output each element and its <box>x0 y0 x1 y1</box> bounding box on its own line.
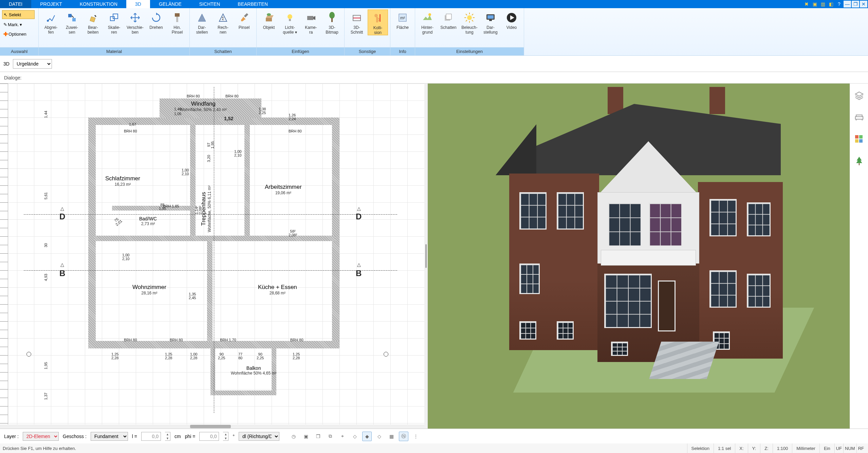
camera-icon[interactable]: ▣ <box>301 432 311 441</box>
ribbon-btn-zuweisen[interactable]: Zuwei- sen <box>62 10 82 35</box>
window-restore[interactable]: ❐ <box>852 1 859 7</box>
l-spinner[interactable]: ▲▼ <box>165 432 170 441</box>
menu-tab-konstruktion[interactable]: KONSTRUKTION <box>71 0 126 8</box>
snap-mid-icon[interactable]: ◇ <box>350 432 359 441</box>
section-arrow: △ <box>60 206 64 211</box>
north-icon[interactable]: Ⓝ <box>399 432 408 441</box>
clock-icon[interactable]: ◷ <box>289 432 298 441</box>
furniture-icon[interactable] <box>853 111 865 124</box>
bottom-icon-strip: ◷ ▣ ❒ ⧉ ⌖ ◇ ◆ ◇ ▦ Ⓝ ⋮ <box>289 432 421 441</box>
tree-icon[interactable] <box>853 155 865 167</box>
2d-plan-view[interactable]: △ D △ D △ B △ B 1,52 1,40 1,05 1,38 2,25… <box>0 84 424 429</box>
verschieben-icon <box>128 11 142 24</box>
menu-tab-bearbeiten[interactable]: BEARBEITEN <box>229 0 277 8</box>
ribbon: ↖ Selekt ✎ Mark. ▾ ✚ Optionen Auswahl Ab… <box>0 8 868 56</box>
window <box>709 199 737 236</box>
window-close[interactable]: ✕ <box>860 1 867 7</box>
color-palette-icon[interactable] <box>853 133 865 145</box>
ribbon-btn-darstellung[interactable]: Dar- stellung <box>480 10 501 35</box>
menu-tab-projekt[interactable]: PROJEKT <box>31 0 71 8</box>
chimney <box>709 87 725 114</box>
drehen-icon <box>149 11 163 24</box>
svg-rect-13 <box>307 16 313 20</box>
layer-dropdown[interactable]: 2D-Elemen <box>23 432 59 441</box>
ribbon-btn-3dschnitt[interactable]: 3D- Schnitt <box>347 10 367 35</box>
ribbon-btn-label: Rech- nen <box>218 24 228 35</box>
ribbon-btn-bearbeiten[interactable]: Bear- beiten <box>83 10 103 35</box>
status-bar: Drücken Sie F1, um Hilfe zu erhalten. Se… <box>0 443 868 453</box>
wall <box>88 117 96 348</box>
ribbon-btn-beleuchtung[interactable]: Beleuch- tung <box>459 10 480 35</box>
dialog-bar: Dialoge: <box>0 72 868 84</box>
view-splitter[interactable] <box>424 84 428 429</box>
ribbon-btn-verschieben[interactable]: Verschie- ben <box>125 10 145 35</box>
window-minimize[interactable]: ― <box>844 1 851 7</box>
menu-bar: DATEI PROJEKT KONSTRUKTION 3D GELÄNDE SI… <box>0 0 868 8</box>
ribbon-btn-hinpinsel[interactable]: Hin. Pinsel <box>167 10 187 35</box>
copy-icon[interactable]: ⧉ <box>326 432 335 441</box>
room-label: WindfangWohnfläche, 50% 2,43 m² <box>180 101 227 112</box>
menu-tab-3d[interactable]: 3D <box>126 0 150 8</box>
mark-dropdown[interactable]: ✎ Mark. ▾ <box>2 20 23 29</box>
ribbon-btn-schatten[interactable]: Schatten <box>438 10 459 30</box>
ribbon-btn-darstellen[interactable]: Dar- stellen <box>192 10 212 35</box>
view-selector-bar: 3D Urgelände <box>0 56 868 72</box>
room-name: Arbeitszimmer <box>265 184 302 190</box>
room-area: 2,73 m² <box>139 221 157 226</box>
layer-label: Layer : <box>4 434 19 439</box>
h-scrollbar[interactable] <box>0 424 424 429</box>
ribbon-btn-kollision[interactable]: Kolli- sion <box>368 10 388 35</box>
phi-spinner[interactable]: ▲▼ <box>223 432 228 441</box>
ribbon-btn-pinsel[interactable]: Pinsel <box>234 10 254 30</box>
snap-perp-icon[interactable]: ◆ <box>362 432 372 441</box>
tool-icon-2[interactable]: ▣ <box>811 1 818 7</box>
room-name: Schlafzimmer <box>105 175 140 182</box>
ribbon-btn-flaeche[interactable]: m²Fläche <box>392 10 413 30</box>
ribbon-btn-skalieren[interactable]: Skalie- ren <box>104 10 124 35</box>
phi-input[interactable] <box>199 432 219 441</box>
status-num: NUM <box>843 443 856 453</box>
ribbon-btn-label: Verschie- ben <box>127 24 144 35</box>
menu-tab-datei[interactable]: DATEI <box>0 0 31 8</box>
ribbon-btn-objekt[interactable]: Objekt <box>259 10 279 30</box>
more-icon[interactable]: ⋮ <box>411 432 421 441</box>
tool-icon-1[interactable]: ✖ <box>803 1 810 7</box>
layers-icon[interactable] <box>853 90 865 102</box>
help-icon[interactable]: ? <box>835 1 843 7</box>
skalieren-icon <box>107 11 121 24</box>
brh-label: BRH 1.70 <box>220 338 236 342</box>
3d-view[interactable] <box>428 84 850 429</box>
mode-dropdown[interactable]: dl (Richtung/Di <box>239 432 279 441</box>
view-mode-label: 3D <box>3 61 10 67</box>
l-input[interactable] <box>141 432 161 441</box>
ribbon-btn-video[interactable]: Video <box>501 10 522 30</box>
ribbon-btn-abgreifen[interactable]: Abgrei- fen <box>41 10 61 35</box>
grid-icon[interactable]: ▦ <box>387 432 396 441</box>
select-button[interactable]: ↖ Selekt <box>2 10 35 19</box>
dim: 1,52 <box>224 117 233 121</box>
svg-point-22 <box>467 15 472 20</box>
options-button[interactable]: ✚ Optionen <box>2 30 28 38</box>
menu-tab-gelaende[interactable]: GELÄNDE <box>150 0 190 8</box>
room-name: Treppenhaus <box>200 192 207 226</box>
ribbon-btn-hintergrund[interactable]: Hinter- grund <box>417 10 438 35</box>
ribbon-btn-drehen[interactable]: Drehen <box>146 10 166 30</box>
stack-icon[interactable]: ❒ <box>313 432 323 441</box>
wall <box>244 124 250 240</box>
tool-icon-4[interactable]: ◧ <box>827 1 835 7</box>
ribbon-btn-rechnen[interactable]: ΣRech- nen <box>213 10 233 35</box>
menu-tab-sichten[interactable]: SICHTEN <box>190 0 229 8</box>
dim: 5,61 <box>44 192 48 199</box>
ribbon-btn-label: Abgrei- fen <box>44 24 58 35</box>
abgreifen-icon <box>44 11 58 24</box>
dim: 1,25 2,28 <box>293 352 300 360</box>
svg-point-14 <box>329 12 335 19</box>
ribbon-btn-lichtquelle[interactable]: Licht- quelle ▾ <box>280 10 300 35</box>
snap-endpoint-icon[interactable]: ⌖ <box>338 432 347 441</box>
tool-icon-3[interactable]: ▥ <box>819 1 827 7</box>
terrain-dropdown[interactable]: Urgelände <box>13 59 52 69</box>
ribbon-btn-3dbitmap[interactable]: 3D- Bitmap <box>322 10 342 35</box>
ribbon-btn-kamera[interactable]: Kame- ra <box>301 10 321 35</box>
snap-parallel-icon[interactable]: ◇ <box>374 432 384 441</box>
geschoss-dropdown[interactable]: Fundament <box>91 432 128 441</box>
